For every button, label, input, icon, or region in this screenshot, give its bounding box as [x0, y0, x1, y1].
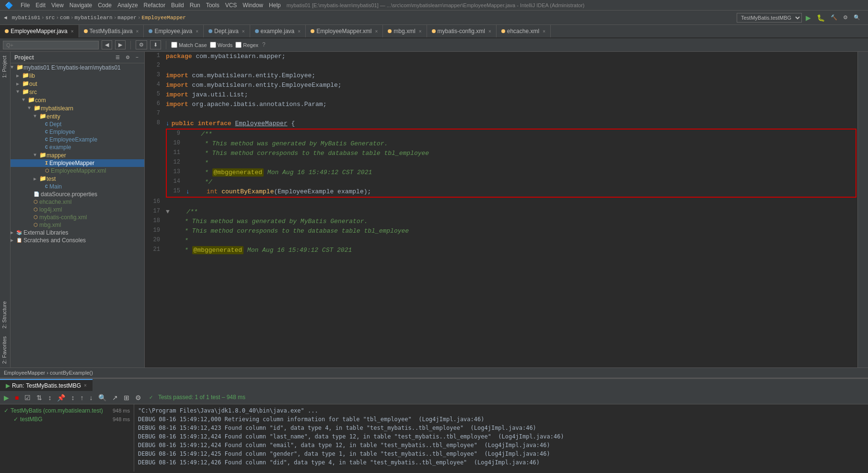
breadcrumb-mapper[interactable]: mapper: [117, 15, 137, 21]
structure-vtab[interactable]: 2: Structure: [0, 297, 10, 332]
tab-close-testmybatis[interactable]: ×: [136, 29, 139, 34]
settings-button[interactable]: ⚙: [841, 13, 850, 22]
tree-entity[interactable]: ▼ 📁 entity: [11, 112, 144, 120]
run-pin-btn[interactable]: 📌: [55, 393, 67, 402]
tree-src[interactable]: ▼ 📁 src: [11, 88, 144, 96]
tree-example-class[interactable]: C example: [11, 143, 144, 151]
run-down-btn[interactable]: ↓: [87, 393, 94, 402]
tab-close-employee[interactable]: ×: [196, 29, 198, 34]
tab-employeemapper-xml[interactable]: EmployeeMapper.xml ×: [306, 25, 383, 37]
breadcrumb-src[interactable]: src: [46, 15, 55, 21]
find-next-btn[interactable]: ▶: [115, 40, 126, 49]
tree-ehcache-xml[interactable]: ⬡ ehcache.xml: [11, 198, 144, 206]
tree-root[interactable]: ▼ 📁 mybatis01 E:\mybatis-learn\mybatis01: [11, 63, 144, 71]
tab-close-mbg[interactable]: ×: [419, 29, 422, 34]
regex-checkbox[interactable]: [235, 42, 242, 48]
tree-test-folder[interactable]: ▶ 📁 test: [11, 175, 144, 183]
tree-scratches[interactable]: ▶ 📋 Scratches and Consoles: [11, 236, 144, 244]
breadcrumb-file[interactable]: EmployeeMapper: [142, 15, 186, 21]
tab-close-mybatis-config[interactable]: ×: [488, 29, 491, 34]
menu-tools[interactable]: Tools: [203, 2, 222, 9]
menu-navigate[interactable]: Navigate: [67, 2, 95, 9]
tree-employeemapper-xml[interactable]: ⬡ EmployeeMapper.xml: [11, 167, 144, 175]
tab-close-ehcache[interactable]: ×: [543, 29, 545, 34]
menu-view[interactable]: View: [48, 2, 67, 9]
test-tree-root[interactable]: ✓ TestMyBatis (com.mybatislearn.test) 94…: [2, 406, 132, 415]
find-settings-btn[interactable]: ⚙: [136, 40, 147, 49]
tab-dept[interactable]: Dept.java ×: [204, 25, 250, 37]
menu-build[interactable]: Build: [168, 2, 187, 9]
words-checkbox[interactable]: [210, 42, 216, 48]
project-settings-btn[interactable]: ⚙: [124, 54, 132, 61]
run-sort-btn[interactable]: ⇅: [35, 393, 44, 402]
project-gear-btn[interactable]: ☰: [114, 54, 122, 61]
tab-close-employeemapper-xml[interactable]: ×: [375, 29, 378, 34]
bottom-tab-run[interactable]: ▶ Run: TestMyBatis.testMBG ×: [0, 379, 93, 391]
tab-ehcache[interactable]: ehcache.xml ×: [497, 25, 551, 37]
run-rerun-btn[interactable]: ▶: [2, 393, 11, 402]
menu-file[interactable]: File: [18, 2, 33, 9]
tree-mapper-folder[interactable]: ▼ 📁 mapper: [11, 151, 144, 159]
project-vtab[interactable]: 1: Project: [0, 52, 10, 82]
breadcrumb-mybatislearn[interactable]: mybatislearn: [75, 15, 113, 21]
tree-employeemapper-class[interactable]: I EmployeeMapper: [11, 159, 144, 167]
tab-mybatis-config[interactable]: mybatis-config.xml ×: [427, 25, 497, 37]
run-sort2-btn[interactable]: ↕: [46, 393, 53, 402]
tab-close-dept[interactable]: ×: [242, 29, 245, 34]
run-button[interactable]: ▶: [804, 13, 813, 23]
tree-employee[interactable]: C Employee: [11, 128, 144, 136]
build-button[interactable]: 🔨: [829, 13, 839, 22]
tab-example[interactable]: example.java ×: [250, 25, 306, 37]
favorites-vtab[interactable]: 2: Favorites: [0, 332, 10, 367]
menu-vcs[interactable]: VCS: [222, 2, 240, 9]
tree-datasource[interactable]: 📄 dataSource.properties: [11, 190, 144, 198]
tab-employeemapper[interactable]: EmployeeMapper.java ×: [0, 25, 79, 37]
menu-refactor[interactable]: Refactor: [141, 2, 168, 9]
menu-code[interactable]: Code: [95, 2, 115, 9]
tree-mbg-xml[interactable]: ⬡ mbg.xml: [11, 221, 144, 229]
run-stop-btn[interactable]: ■: [13, 393, 21, 402]
run-export-btn[interactable]: ↗: [110, 393, 120, 402]
tree-mybatislearn[interactable]: ▼ 📁 mybatislearn: [11, 104, 144, 112]
find-prev-btn[interactable]: ◀: [102, 40, 112, 49]
run-up-btn[interactable]: ↑: [78, 393, 85, 402]
search-everywhere-button[interactable]: 🔍: [852, 13, 862, 22]
run-settings-btn[interactable]: ⚙: [133, 393, 143, 402]
menu-window[interactable]: Window: [240, 2, 266, 9]
find-input[interactable]: [3, 41, 99, 49]
tree-main-class[interactable]: C Main: [11, 183, 144, 190]
run-checkbox-btn[interactable]: ☑: [23, 393, 33, 402]
test-tree-method[interactable]: ✓ testMBG 948 ms: [2, 415, 132, 424]
run-pin2-btn[interactable]: ↕: [69, 393, 76, 402]
run-search-btn[interactable]: 🔍: [96, 393, 108, 402]
tree-lib[interactable]: ▶ 📁 lib: [11, 71, 144, 80]
menu-run[interactable]: Run: [187, 2, 203, 9]
match-case-checkbox[interactable]: [171, 42, 177, 48]
tree-mybatis-config-xml[interactable]: ⬡ mybatis-config.xml: [11, 213, 144, 221]
tab-employee[interactable]: Employee.java ×: [144, 25, 204, 37]
tree-com[interactable]: ▼ 📁 com: [11, 96, 144, 104]
regex-label[interactable]: Regex: [235, 42, 258, 48]
menu-edit[interactable]: Edit: [33, 2, 48, 9]
menu-analyze[interactable]: Analyze: [115, 2, 141, 9]
tree-employeeexample[interactable]: C EmployeeExample: [11, 136, 144, 143]
tree-external-libraries[interactable]: ▶ 📚 External Libraries: [11, 229, 144, 236]
menu-help[interactable]: Help: [266, 2, 284, 9]
breadcrumb-project[interactable]: mybatis01: [12, 15, 40, 21]
bottom-tab-run-close[interactable]: ×: [84, 383, 87, 388]
match-case-label[interactable]: Match Case: [171, 42, 207, 48]
code-editor[interactable]: 1 package com.mybatislearn.mapper; 2 3 i…: [145, 52, 857, 367]
toolbar-back-btn[interactable]: ◀: [2, 13, 9, 22]
find-filter-btn[interactable]: ⬇: [150, 40, 161, 49]
tab-close-employeemapper[interactable]: ×: [71, 29, 74, 34]
tab-close-example[interactable]: ×: [298, 29, 301, 34]
project-close-btn[interactable]: −: [134, 54, 140, 61]
tree-log4j-xml[interactable]: ⬡ log4j.xml: [11, 206, 144, 213]
tree-dept[interactable]: C Dept: [11, 120, 144, 128]
tree-out[interactable]: ▶ 📁 out: [11, 80, 144, 88]
run-config-selector[interactable]: TestMyBatis.testMBG: [737, 13, 802, 23]
debug-button[interactable]: 🐛: [815, 13, 827, 23]
words-label[interactable]: Words: [210, 42, 233, 48]
breadcrumb-com[interactable]: com: [60, 15, 69, 21]
tab-testmybatis[interactable]: TestMyBatis.java ×: [79, 25, 144, 37]
